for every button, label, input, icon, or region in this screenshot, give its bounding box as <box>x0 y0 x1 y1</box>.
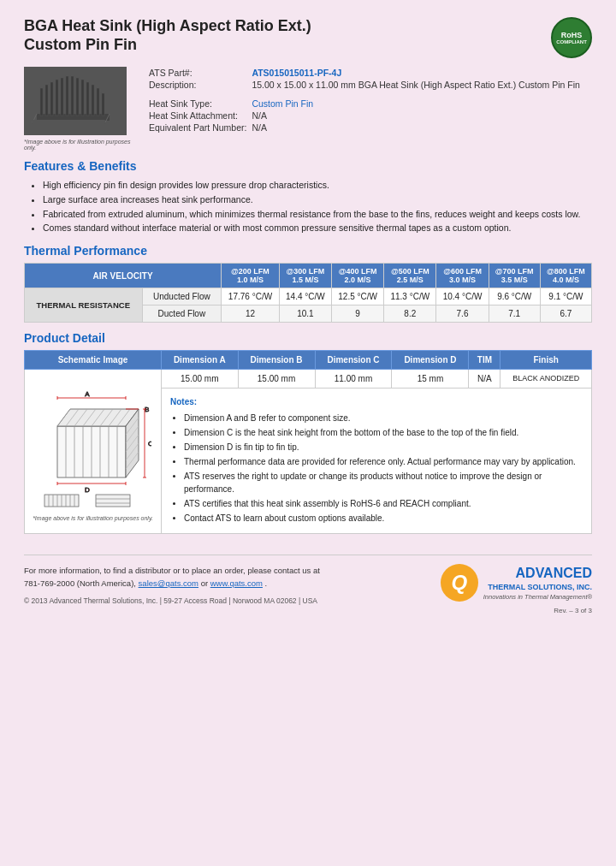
footer-website[interactable]: www.qats.com <box>210 578 263 588</box>
td-ducted-1: 10.1 <box>279 305 331 323</box>
list-item: Fabricated from extruded aluminum, which… <box>43 207 592 222</box>
svg-rect-63 <box>96 495 130 507</box>
svg-rect-7 <box>71 76 74 116</box>
list-item: Dimension C is the heat sink height from… <box>184 426 583 439</box>
page-number: Rev. – 3 of 3 <box>441 607 592 614</box>
notes-title: Notes: <box>170 395 583 408</box>
td-ducted-6: 6.7 <box>540 305 591 323</box>
ats-name-line2: THERMAL SOLUTIONS, INC. <box>488 583 592 591</box>
list-item: ATS reserves the right to update or chan… <box>184 470 583 495</box>
footer-or: or <box>201 578 210 588</box>
hs-attachment-value: N/A <box>252 110 584 122</box>
tim-value: N/A <box>469 370 500 389</box>
table-row: A B C <box>25 370 592 389</box>
notes-list: Dimension A and B refer to component siz… <box>170 412 583 525</box>
svg-rect-17 <box>33 120 105 124</box>
col-200lfm: @200 LFM 1.0 M/S <box>222 264 280 288</box>
list-item: ATS certifies that this heat sink assemb… <box>184 497 583 510</box>
col-600lfm: @600 LFM 3.0 M/S <box>436 264 489 288</box>
list-item: Contact ATS to learn about custom option… <box>184 512 583 525</box>
svg-rect-10 <box>86 82 89 116</box>
product-image-block: *Image above is for illustration purpose… <box>24 67 135 151</box>
td-ducted-0: 12 <box>222 305 280 323</box>
rohs-text: RoHS <box>561 31 583 39</box>
col-400lfm: @400 LFM 2.0 M/S <box>332 264 384 288</box>
list-item: Comes standard without interface materia… <box>43 221 592 235</box>
td-unducted-1: 14.4 °C/W <box>279 288 331 305</box>
ducted-flow-label: Ducted Flow <box>142 305 222 323</box>
finish-value: BLACK ANODIZED <box>500 370 592 389</box>
footer-right: Q ADVANCED THERMAL SOLUTIONS, INC. Innov… <box>441 564 592 614</box>
equiv-part-label: Equivalent Part Number: <box>149 122 252 133</box>
title-line2: Custom Pin Fin <box>24 36 137 53</box>
thermal-resistance-label: THERMAL RESISTANCE <box>25 288 143 323</box>
rohs-compliant: COMPLIANT <box>556 39 587 44</box>
footer-period: . <box>265 578 268 588</box>
col-800lfm: @800 LFM 4.0 M/S <box>540 264 591 288</box>
features-list: High efficiency pin fin design provides … <box>24 178 592 235</box>
td-unducted-4: 10.4 °C/W <box>436 288 489 305</box>
product-image <box>24 67 127 135</box>
title-line1: BGA Heat Sink (High Aspect Ratio Ext.) <box>24 17 311 34</box>
col-finish: Finish <box>500 351 592 370</box>
td-ducted-4: 7.6 <box>436 305 489 323</box>
svg-text:C: C <box>148 440 151 448</box>
air-velocity-header: AIR VELOCITY <box>25 264 222 288</box>
col-700lfm: @700 LFM 3.5 M/S <box>489 264 540 288</box>
list-item: Large surface area increases heat sink p… <box>43 193 592 207</box>
dim-c-value: 11.00 mm <box>315 370 392 389</box>
product-title: BGA Heat Sink (High Aspect Ratio Ext.) C… <box>24 17 311 54</box>
svg-text:D: D <box>85 486 90 494</box>
svg-rect-13 <box>102 93 104 116</box>
footer-email[interactable]: sales@qats.com <box>139 578 198 588</box>
td-unducted-5: 9.6 °C/W <box>489 288 540 305</box>
col-dim-d: Dimension D <box>392 351 469 370</box>
col-dim-b: Dimension B <box>238 351 315 370</box>
page-header: BGA Heat Sink (High Aspect Ratio Ext.) C… <box>24 17 592 58</box>
col-dim-c: Dimension C <box>315 351 392 370</box>
svg-text:A: A <box>85 390 90 398</box>
ats-q-logo: Q <box>441 564 478 602</box>
part-number-label: ATS Part#: <box>149 67 252 79</box>
svg-rect-12 <box>97 88 99 116</box>
hs-type-value: Custom Pin Fin <box>252 98 584 110</box>
image-note: *Image above is for illustration purpose… <box>24 139 135 151</box>
rohs-badge: RoHS COMPLIANT <box>551 17 592 58</box>
svg-rect-1 <box>40 88 43 116</box>
svg-rect-9 <box>81 80 84 116</box>
td-ducted-3: 8.2 <box>384 305 436 323</box>
td-ducted-2: 9 <box>332 305 384 323</box>
dim-b-value: 15.00 mm <box>238 370 315 389</box>
td-unducted-0: 17.76 °C/W <box>222 288 280 305</box>
footer-left: For more information, to find a distribu… <box>24 564 320 607</box>
description-label: Description: <box>149 79 252 91</box>
list-item: Thermal performance data are provided fo… <box>184 455 583 468</box>
svg-rect-8 <box>76 78 79 116</box>
ats-logo: Q ADVANCED THERMAL SOLUTIONS, INC. Innov… <box>441 564 592 602</box>
product-title-block: BGA Heat Sink (High Aspect Ratio Ext.) C… <box>24 17 311 54</box>
hs-type-label: Heat Sink Type: <box>149 98 252 110</box>
part-info-section: *Image above is for illustration purpose… <box>24 67 592 151</box>
unducted-flow-label: Unducted Flow <box>142 288 222 305</box>
schematic-svg: A B C <box>32 379 151 512</box>
part-details-table: ATS Part#: ATS015015011-PF-4J Descriptio… <box>149 67 585 133</box>
part-number-value: ATS015015011-PF-4J <box>252 67 584 79</box>
footer-phone: 781-769-2000 (North America), <box>24 578 136 588</box>
footer-contact-text: For more information, to find a distribu… <box>24 566 320 575</box>
footer-copyright: © 2013 Advanced Thermal Solutions, Inc. … <box>24 596 320 608</box>
col-dim-a: Dimension A <box>162 351 239 370</box>
ats-name-line1: ADVANCED <box>516 566 592 580</box>
features-section: Features & Benefits High efficiency pin … <box>24 159 592 235</box>
td-ducted-5: 7.1 <box>489 305 540 323</box>
product-detail-section: Product Detail Schematic Image Dimension… <box>24 331 592 534</box>
col-300lfm: @300 LFM 1.5 M/S <box>279 264 331 288</box>
product-detail-title: Product Detail <box>24 331 592 345</box>
part-details: ATS Part#: ATS015015011-PF-4J Descriptio… <box>149 67 592 151</box>
thermal-table: AIR VELOCITY @200 LFM 1.0 M/S @300 LFM 1… <box>24 263 592 323</box>
footer-section: For more information, to find a distribu… <box>24 555 592 614</box>
svg-rect-5 <box>61 78 63 116</box>
svg-rect-4 <box>56 80 58 116</box>
features-title: Features & Benefits <box>24 159 592 173</box>
dim-d-value: 15 mm <box>392 370 469 389</box>
col-500lfm: @500 LFM 2.5 M/S <box>384 264 436 288</box>
